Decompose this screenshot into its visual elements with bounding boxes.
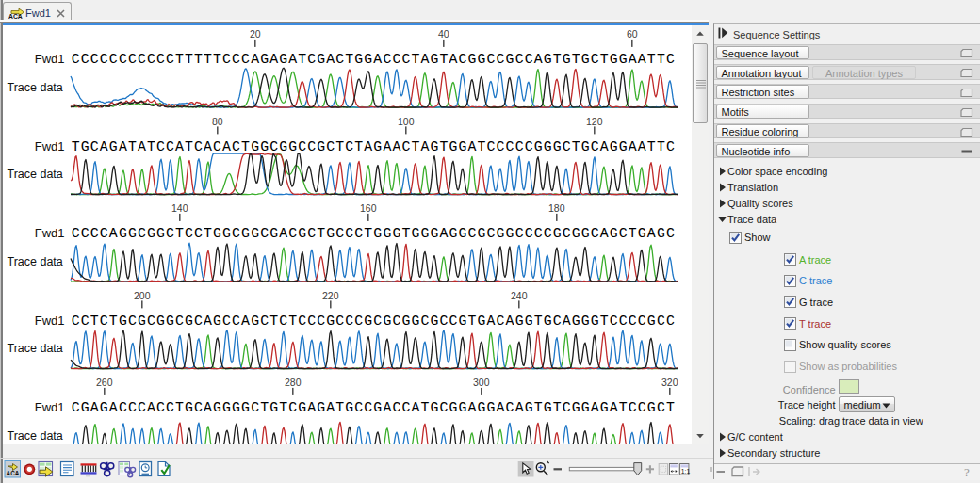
svg-text:CGAGACCCACCTGCAGGGGCTGTCGAGATG: CGAGACCCACCTGCAGGGGCTGTCGAGATGCCGACCATGC… xyxy=(72,400,675,415)
svg-text:240: 240 xyxy=(511,290,528,301)
svg-text:Fwd1: Fwd1 xyxy=(35,226,65,240)
svg-text:40: 40 xyxy=(438,28,449,40)
svg-text:320: 320 xyxy=(662,377,678,388)
svg-text:CCCCCCCCCCCTTTTTCCCAGAGATCGACT: CCCCCCCCCCCTTTTTCCCAGAGATCGACTGGACCCTAGT… xyxy=(72,52,675,67)
svg-text:60: 60 xyxy=(627,28,638,40)
svg-text:CCCCAGGCGGCTCCTGGCGGCGACGCTGCC: CCCCAGGCGGCTCCTGGCGGCGACGCTGCCCTGGGTGGGA… xyxy=(72,226,675,241)
svg-text:80: 80 xyxy=(212,116,223,127)
svg-text:Trace data: Trace data xyxy=(8,255,63,268)
svg-text:Fwd1: Fwd1 xyxy=(35,52,65,66)
svg-text:220: 220 xyxy=(322,290,339,301)
svg-text:TGCAGATATCCATCACACTGGCGGCCGCTC: TGCAGATATCCATCACACTGGCGGCCGCTCTAGAACTAGT… xyxy=(72,139,675,154)
svg-text:Trace data: Trace data xyxy=(8,429,63,443)
svg-text:120: 120 xyxy=(586,116,603,127)
svg-text:Fwd1: Fwd1 xyxy=(35,314,65,328)
svg-text:Trace data: Trace data xyxy=(8,168,63,181)
svg-text:ACA: ACA xyxy=(8,12,23,19)
svg-text:260: 260 xyxy=(96,377,113,388)
svg-text:100: 100 xyxy=(398,116,415,127)
svg-text:180: 180 xyxy=(548,202,565,214)
svg-text:ACA: ACA xyxy=(7,470,20,476)
svg-text:280: 280 xyxy=(285,377,302,388)
svg-text:20: 20 xyxy=(250,28,261,40)
svg-text:200: 200 xyxy=(134,290,151,301)
svg-text:140: 140 xyxy=(172,202,188,214)
svg-text:Fwd1: Fwd1 xyxy=(35,400,65,414)
svg-text:Trace data: Trace data xyxy=(8,342,63,355)
svg-text:300: 300 xyxy=(473,377,490,388)
svg-text:1:1: 1:1 xyxy=(681,468,691,475)
svg-text:Trace data: Trace data xyxy=(8,81,63,94)
svg-text:Fwd1: Fwd1 xyxy=(35,139,65,153)
svg-text:CCTCTGCGCGGCGCAGCCAGCTCTCCCGCC: CCTCTGCGCGGCGCAGCCAGCTCTCCCGCCCGCGCGGCGC… xyxy=(72,314,675,329)
svg-text:160: 160 xyxy=(360,202,377,214)
